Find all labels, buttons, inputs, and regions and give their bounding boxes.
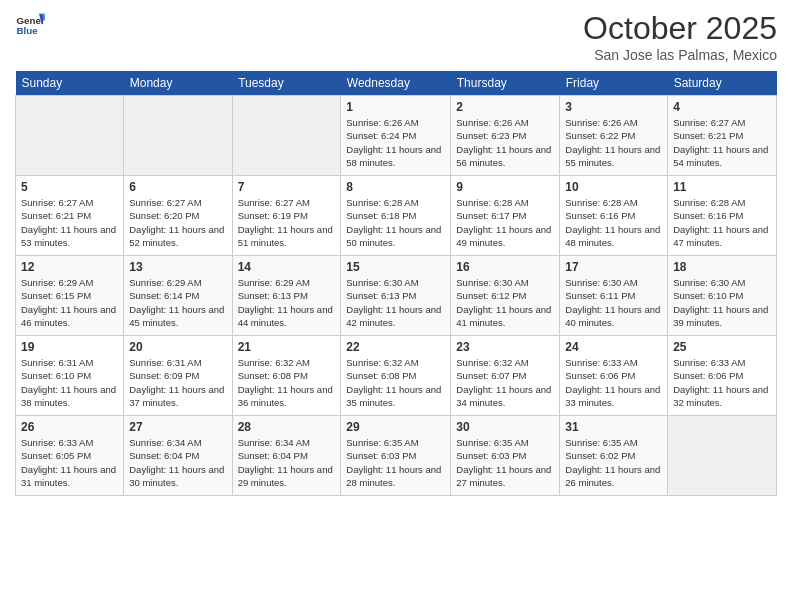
day-info: Sunrise: 6:31 AMSunset: 6:10 PMDaylight:… <box>21 356 118 409</box>
day-number: 26 <box>21 420 118 434</box>
calendar-cell <box>16 96 124 176</box>
calendar-cell: 19Sunrise: 6:31 AMSunset: 6:10 PMDayligh… <box>16 336 124 416</box>
day-info: Sunrise: 6:35 AMSunset: 6:03 PMDaylight:… <box>346 436 445 489</box>
day-info: Sunrise: 6:30 AMSunset: 6:13 PMDaylight:… <box>346 276 445 329</box>
day-info: Sunrise: 6:32 AMSunset: 6:07 PMDaylight:… <box>456 356 554 409</box>
day-info: Sunrise: 6:31 AMSunset: 6:09 PMDaylight:… <box>129 356 226 409</box>
calendar-cell: 9Sunrise: 6:28 AMSunset: 6:17 PMDaylight… <box>451 176 560 256</box>
svg-text:Blue: Blue <box>17 25 39 36</box>
week-row-2: 5Sunrise: 6:27 AMSunset: 6:21 PMDaylight… <box>16 176 777 256</box>
calendar-cell: 15Sunrise: 6:30 AMSunset: 6:13 PMDayligh… <box>341 256 451 336</box>
weekday-header-wednesday: Wednesday <box>341 71 451 96</box>
day-info: Sunrise: 6:33 AMSunset: 6:06 PMDaylight:… <box>565 356 662 409</box>
calendar-cell: 17Sunrise: 6:30 AMSunset: 6:11 PMDayligh… <box>560 256 668 336</box>
weekday-header-sunday: Sunday <box>16 71 124 96</box>
day-number: 8 <box>346 180 445 194</box>
day-info: Sunrise: 6:34 AMSunset: 6:04 PMDaylight:… <box>129 436 226 489</box>
day-number: 1 <box>346 100 445 114</box>
calendar-cell: 14Sunrise: 6:29 AMSunset: 6:13 PMDayligh… <box>232 256 341 336</box>
day-number: 3 <box>565 100 662 114</box>
day-number: 5 <box>21 180 118 194</box>
day-info: Sunrise: 6:32 AMSunset: 6:08 PMDaylight:… <box>238 356 336 409</box>
calendar-cell: 11Sunrise: 6:28 AMSunset: 6:16 PMDayligh… <box>668 176 777 256</box>
calendar-cell: 22Sunrise: 6:32 AMSunset: 6:08 PMDayligh… <box>341 336 451 416</box>
weekday-header-saturday: Saturday <box>668 71 777 96</box>
calendar-cell: 24Sunrise: 6:33 AMSunset: 6:06 PMDayligh… <box>560 336 668 416</box>
day-info: Sunrise: 6:28 AMSunset: 6:16 PMDaylight:… <box>673 196 771 249</box>
calendar-cell: 29Sunrise: 6:35 AMSunset: 6:03 PMDayligh… <box>341 416 451 496</box>
calendar-cell: 6Sunrise: 6:27 AMSunset: 6:20 PMDaylight… <box>124 176 232 256</box>
day-info: Sunrise: 6:30 AMSunset: 6:11 PMDaylight:… <box>565 276 662 329</box>
day-info: Sunrise: 6:34 AMSunset: 6:04 PMDaylight:… <box>238 436 336 489</box>
calendar-cell: 31Sunrise: 6:35 AMSunset: 6:02 PMDayligh… <box>560 416 668 496</box>
day-info: Sunrise: 6:27 AMSunset: 6:19 PMDaylight:… <box>238 196 336 249</box>
day-number: 31 <box>565 420 662 434</box>
day-number: 15 <box>346 260 445 274</box>
calendar-cell: 7Sunrise: 6:27 AMSunset: 6:19 PMDaylight… <box>232 176 341 256</box>
calendar-cell: 28Sunrise: 6:34 AMSunset: 6:04 PMDayligh… <box>232 416 341 496</box>
day-info: Sunrise: 6:28 AMSunset: 6:18 PMDaylight:… <box>346 196 445 249</box>
day-info: Sunrise: 6:26 AMSunset: 6:23 PMDaylight:… <box>456 116 554 169</box>
day-info: Sunrise: 6:27 AMSunset: 6:21 PMDaylight:… <box>673 116 771 169</box>
day-info: Sunrise: 6:26 AMSunset: 6:24 PMDaylight:… <box>346 116 445 169</box>
day-info: Sunrise: 6:27 AMSunset: 6:20 PMDaylight:… <box>129 196 226 249</box>
day-number: 22 <box>346 340 445 354</box>
logo: General Blue <box>15 10 47 40</box>
weekday-header-thursday: Thursday <box>451 71 560 96</box>
day-number: 30 <box>456 420 554 434</box>
calendar-cell: 21Sunrise: 6:32 AMSunset: 6:08 PMDayligh… <box>232 336 341 416</box>
calendar-cell: 30Sunrise: 6:35 AMSunset: 6:03 PMDayligh… <box>451 416 560 496</box>
week-row-3: 12Sunrise: 6:29 AMSunset: 6:15 PMDayligh… <box>16 256 777 336</box>
day-info: Sunrise: 6:27 AMSunset: 6:21 PMDaylight:… <box>21 196 118 249</box>
weekday-header-monday: Monday <box>124 71 232 96</box>
day-number: 24 <box>565 340 662 354</box>
logo-icon: General Blue <box>15 10 45 40</box>
calendar-cell: 2Sunrise: 6:26 AMSunset: 6:23 PMDaylight… <box>451 96 560 176</box>
day-number: 10 <box>565 180 662 194</box>
day-info: Sunrise: 6:29 AMSunset: 6:13 PMDaylight:… <box>238 276 336 329</box>
day-number: 9 <box>456 180 554 194</box>
calendar-cell <box>232 96 341 176</box>
calendar-cell: 18Sunrise: 6:30 AMSunset: 6:10 PMDayligh… <box>668 256 777 336</box>
day-number: 4 <box>673 100 771 114</box>
week-row-4: 19Sunrise: 6:31 AMSunset: 6:10 PMDayligh… <box>16 336 777 416</box>
day-number: 25 <box>673 340 771 354</box>
day-number: 21 <box>238 340 336 354</box>
weekday-header-row: SundayMondayTuesdayWednesdayThursdayFrid… <box>16 71 777 96</box>
day-number: 12 <box>21 260 118 274</box>
day-info: Sunrise: 6:33 AMSunset: 6:06 PMDaylight:… <box>673 356 771 409</box>
calendar-cell: 23Sunrise: 6:32 AMSunset: 6:07 PMDayligh… <box>451 336 560 416</box>
day-number: 18 <box>673 260 771 274</box>
week-row-5: 26Sunrise: 6:33 AMSunset: 6:05 PMDayligh… <box>16 416 777 496</box>
weekday-header-tuesday: Tuesday <box>232 71 341 96</box>
day-info: Sunrise: 6:30 AMSunset: 6:12 PMDaylight:… <box>456 276 554 329</box>
day-info: Sunrise: 6:26 AMSunset: 6:22 PMDaylight:… <box>565 116 662 169</box>
calendar-cell: 10Sunrise: 6:28 AMSunset: 6:16 PMDayligh… <box>560 176 668 256</box>
day-info: Sunrise: 6:28 AMSunset: 6:17 PMDaylight:… <box>456 196 554 249</box>
calendar-cell: 1Sunrise: 6:26 AMSunset: 6:24 PMDaylight… <box>341 96 451 176</box>
title-area: October 2025 San Jose las Palmas, Mexico <box>583 10 777 63</box>
weekday-header-friday: Friday <box>560 71 668 96</box>
day-number: 28 <box>238 420 336 434</box>
calendar-cell: 5Sunrise: 6:27 AMSunset: 6:21 PMDaylight… <box>16 176 124 256</box>
month-title: October 2025 <box>583 10 777 47</box>
day-info: Sunrise: 6:30 AMSunset: 6:10 PMDaylight:… <box>673 276 771 329</box>
day-number: 16 <box>456 260 554 274</box>
calendar-cell: 3Sunrise: 6:26 AMSunset: 6:22 PMDaylight… <box>560 96 668 176</box>
calendar-cell: 4Sunrise: 6:27 AMSunset: 6:21 PMDaylight… <box>668 96 777 176</box>
calendar-table: SundayMondayTuesdayWednesdayThursdayFrid… <box>15 71 777 496</box>
header: General Blue October 2025 San Jose las P… <box>15 10 777 63</box>
day-number: 20 <box>129 340 226 354</box>
day-info: Sunrise: 6:35 AMSunset: 6:02 PMDaylight:… <box>565 436 662 489</box>
day-number: 13 <box>129 260 226 274</box>
day-number: 29 <box>346 420 445 434</box>
day-info: Sunrise: 6:32 AMSunset: 6:08 PMDaylight:… <box>346 356 445 409</box>
day-number: 27 <box>129 420 226 434</box>
day-info: Sunrise: 6:28 AMSunset: 6:16 PMDaylight:… <box>565 196 662 249</box>
page: General Blue October 2025 San Jose las P… <box>0 0 792 612</box>
day-number: 17 <box>565 260 662 274</box>
calendar-cell: 27Sunrise: 6:34 AMSunset: 6:04 PMDayligh… <box>124 416 232 496</box>
calendar-cell: 12Sunrise: 6:29 AMSunset: 6:15 PMDayligh… <box>16 256 124 336</box>
day-info: Sunrise: 6:29 AMSunset: 6:15 PMDaylight:… <box>21 276 118 329</box>
day-number: 6 <box>129 180 226 194</box>
